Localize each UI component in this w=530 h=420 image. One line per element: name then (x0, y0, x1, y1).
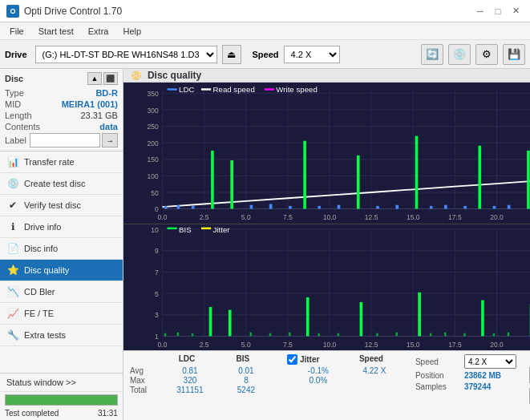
sidebar-item-extra-tests[interactable]: 🔧 Extra tests (0, 325, 123, 346)
sidebar-item-cd-bler[interactable]: 📉 CD Bler (0, 281, 123, 303)
close-button[interactable]: ✕ (508, 4, 524, 18)
drive-info-icon: ℹ (6, 220, 19, 233)
svg-rect-130 (250, 332, 252, 336)
svg-text:350: 350 (147, 90, 158, 98)
svg-text:5.0: 5.0 (241, 340, 251, 348)
sidebar-item-drive-info-label: Drive info (24, 222, 61, 232)
status-text-row: Test completed 31:31 (0, 408, 123, 420)
sidebar-item-drive-info[interactable]: ℹ Drive info (0, 216, 123, 238)
disc-section: Disc ▲ ⬛ Type BD-R MID MEIRA1 (001) Leng… (0, 69, 123, 151)
menu-extra[interactable]: Extra (82, 25, 115, 38)
svg-text:7: 7 (155, 269, 159, 277)
eject-button[interactable]: ⏏ (222, 45, 241, 64)
disc-icon-btn-1[interactable]: ▲ (87, 72, 102, 85)
disc-mid-label: MID (5, 99, 21, 109)
svg-text:12.5: 12.5 (365, 213, 378, 221)
svg-rect-129 (192, 333, 193, 337)
status-window-button[interactable]: Status window >> (0, 374, 123, 392)
menu-help[interactable]: Help (116, 25, 148, 38)
minimize-button[interactable]: ─ (472, 4, 488, 18)
svg-rect-53 (269, 204, 273, 209)
svg-rect-50 (211, 151, 214, 209)
disc-contents-label: Contents (5, 122, 40, 131)
svg-text:2.5: 2.5 (200, 213, 209, 221)
svg-rect-67 (508, 205, 511, 209)
svg-rect-59 (376, 206, 379, 209)
avg-jitter: -0.1% (290, 366, 346, 375)
total-row-label: Total (130, 386, 162, 394)
speed-samples-value: 379244 (464, 382, 491, 391)
svg-rect-68 (527, 151, 530, 209)
total-speed (346, 386, 403, 394)
svg-text:7.5: 7.5 (283, 213, 293, 221)
total-ldc: 311151 (162, 386, 218, 394)
action-buttons: Start full Start part (523, 351, 530, 420)
svg-text:0: 0 (155, 205, 159, 213)
speed-select[interactable]: 4.2 X (284, 46, 340, 63)
svg-text:5: 5 (155, 289, 159, 297)
svg-rect-123 (418, 293, 421, 337)
sidebar-item-verify-test-disc[interactable]: ✔ Verify test disc (0, 195, 123, 216)
drive-label: Drive (5, 50, 27, 59)
svg-rect-120 (229, 309, 232, 336)
status-time: 31:31 (98, 409, 118, 418)
cd-bler-icon: 📉 (6, 285, 19, 298)
disc-type-value: BD-R (95, 88, 118, 98)
menu-bar: File Start test Extra Help (0, 22, 530, 40)
stats-col-ldc: LDC (159, 354, 215, 365)
top-chart: 0 50 100 150 200 250 300 350 18X 16X 14X… (123, 83, 530, 224)
disc-type-label: Type (5, 88, 24, 98)
svg-rect-0 (123, 83, 530, 224)
toolbar-save-button[interactable]: 💾 (503, 44, 525, 65)
app-icon: O (6, 5, 19, 18)
avg-bis: 0.01 (218, 366, 274, 375)
sidebar-item-fe-te[interactable]: 📈 FE / TE (0, 303, 123, 325)
svg-rect-136 (395, 332, 397, 336)
svg-text:0.0: 0.0 (158, 213, 168, 221)
stats-col-jitter: Jitter (287, 354, 343, 365)
speed-key-samples: Samples (415, 382, 459, 391)
svg-text:LDC: LDC (179, 85, 194, 94)
svg-rect-127 (164, 333, 166, 337)
total-jitter (290, 386, 346, 394)
sidebar-item-disc-quality[interactable]: ⭐ Disc quality (0, 260, 123, 281)
verify-disc-icon: ✔ (6, 199, 19, 212)
jitter-checkbox[interactable] (287, 354, 297, 365)
disc-section-title: Disc (5, 74, 23, 83)
svg-rect-47 (164, 206, 168, 209)
svg-rect-66 (493, 206, 496, 209)
svg-text:10.0: 10.0 (323, 213, 337, 221)
fe-te-icon: 📈 (6, 307, 19, 320)
content-area: 📀 Disc quality (123, 69, 530, 420)
svg-rect-134 (338, 333, 339, 337)
toolbar-settings-button[interactable]: ⚙ (475, 44, 498, 65)
menu-start-test[interactable]: Start test (32, 25, 80, 38)
sidebar-item-extra-tests-label: Extra tests (24, 330, 66, 340)
drive-select[interactable]: (G:) HL-DT-ST BD-RE WH16NS48 1.D3 (35, 46, 217, 63)
sidebar-item-transfer-rate[interactable]: 📊 Transfer rate (0, 151, 123, 173)
sidebar-item-verify-disc-label: Verify test disc (24, 200, 81, 210)
speed-select-stats[interactable]: 4.2 X (464, 354, 516, 369)
svg-rect-121 (306, 297, 310, 336)
svg-text:200: 200 (147, 139, 158, 147)
disc-contents-value: data (99, 122, 118, 131)
window-controls: ─ □ ✕ (472, 4, 524, 18)
disc-icon-btn-2[interactable]: ⬛ (103, 72, 118, 85)
sidebar-item-create-test-disc[interactable]: 💿 Create test disc (0, 173, 123, 195)
svg-text:100: 100 (147, 172, 158, 180)
svg-rect-137 (430, 333, 431, 337)
maximize-button[interactable]: □ (490, 4, 506, 18)
transfer-rate-icon: 📊 (6, 155, 19, 168)
menu-file[interactable]: File (3, 25, 30, 38)
toolbar-disc-button[interactable]: 💿 (448, 44, 471, 65)
disc-label-label: Label (5, 135, 26, 145)
sidebar-item-disc-info[interactable]: 📄 Disc info (0, 238, 123, 260)
toolbar-refresh-button[interactable]: 🔄 (421, 44, 443, 65)
disc-label-go-button[interactable]: → (102, 133, 118, 147)
svg-rect-63 (444, 205, 447, 209)
stats-table: LDC BIS Jitter Speed Avg 0.81 0.01 (123, 351, 409, 420)
disc-label-input[interactable] (30, 133, 100, 147)
svg-rect-119 (209, 307, 212, 336)
svg-text:3: 3 (155, 311, 159, 319)
toolbar: Drive (G:) HL-DT-ST BD-RE WH16NS48 1.D3 … (0, 40, 530, 69)
